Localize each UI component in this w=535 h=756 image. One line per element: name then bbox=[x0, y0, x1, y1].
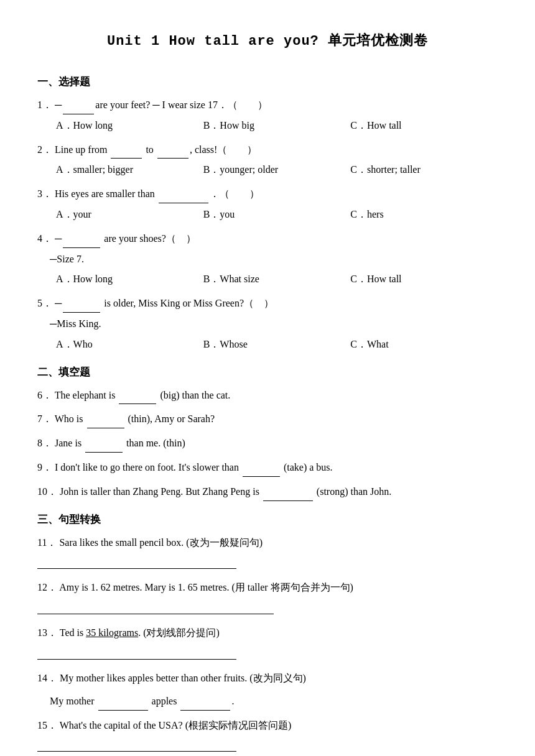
question-4: 4． ─ are your shoes?（ ） ─Size 7. A．How l… bbox=[37, 230, 498, 288]
section3-title: 三、句型转换 bbox=[37, 512, 498, 527]
q12-text: 12． Amy is 1. 62 metres. Mary is 1. 65 m… bbox=[37, 579, 498, 597]
q5-option-a: A．Who bbox=[56, 336, 203, 354]
question-15: 15． What's the capital of the USA? (根据实际… bbox=[37, 717, 498, 752]
q7-content: Who is (thin), Amy or Sarah? bbox=[55, 413, 215, 424]
question-5: 5． ─ is older, Miss King or Miss Green?（… bbox=[37, 295, 498, 353]
q14-text: 14． My mother likes apples better than o… bbox=[37, 670, 498, 688]
q4-option-a: A．How long bbox=[56, 270, 203, 288]
q12-content: Amy is 1. 62 metres. Mary is 1. 65 metre… bbox=[59, 582, 353, 592]
q13-answer-line bbox=[37, 647, 236, 660]
q5-option-c: C．What bbox=[350, 336, 498, 354]
q9-content: I don't like to go there on foot. It's s… bbox=[55, 462, 333, 472]
q5-text: 5． ─ is older, Miss King or Miss Green?（… bbox=[37, 295, 498, 313]
q15-content: What's the capital of the USA? (根据实际情况回答… bbox=[60, 720, 292, 731]
q14-sub-content: My mother apples . bbox=[50, 696, 234, 706]
q15-text: 15． What's the capital of the USA? (根据实际… bbox=[37, 717, 498, 735]
question-6: 6． The elephant is (big) than the cat. bbox=[37, 387, 498, 405]
q13-text: 13． Ted is 35 kilograms. (对划线部分提问) bbox=[37, 624, 498, 642]
question-13: 13． Ted is 35 kilograms. (对划线部分提问) bbox=[37, 624, 498, 660]
q14-content: My mother likes apples better than other… bbox=[60, 673, 306, 683]
q15-num: 15． bbox=[37, 720, 57, 731]
q4-option-c: C．How tall bbox=[350, 270, 498, 288]
q11-text: 11． Sara likes the small pencil box. (改为… bbox=[37, 534, 498, 552]
question-10: 10． John is taller than Zhang Peng. But … bbox=[37, 483, 498, 501]
question-8: 8． Jane is than me. (thin) bbox=[37, 435, 498, 453]
q1-text: 1． ─are your feet? ─ I wear size 17．（ ） bbox=[37, 96, 498, 114]
q3-num: 3． bbox=[37, 188, 52, 199]
section-sentence-transform: 三、句型转换 11． Sara likes the small pencil b… bbox=[37, 512, 498, 752]
q6-num: 6． bbox=[37, 390, 52, 400]
q12-num: 12． bbox=[37, 582, 57, 592]
q2-option-a: A．smaller; bigger bbox=[56, 161, 203, 179]
section-fill-blank: 二、填空题 6． The elephant is (big) than the … bbox=[37, 365, 498, 501]
q3-option-b: B．you bbox=[203, 206, 351, 224]
q8-num: 8． bbox=[37, 438, 52, 448]
q1-num: 1． bbox=[37, 99, 52, 110]
question-1: 1． ─are your feet? ─ I wear size 17．（ ） … bbox=[37, 96, 498, 135]
q2-text: 2． Line up from to , class!（ ） bbox=[37, 141, 498, 159]
q11-content: Sara likes the small pencil box. (改为一般疑问… bbox=[59, 537, 263, 548]
q9-num: 9． bbox=[37, 462, 52, 472]
question-2: 2． Line up from to , class!（ ） A．smaller… bbox=[37, 141, 498, 180]
section-multiple-choice: 一、选择题 1． ─are your feet? ─ I wear size 1… bbox=[37, 75, 498, 354]
q12-answer-line bbox=[37, 602, 274, 614]
q3-content: His eyes are smaller than ．（ ） bbox=[55, 188, 259, 199]
q3-option-a: A．your bbox=[56, 206, 203, 224]
page-title: Unit 1 How tall are you? 单元培优检测卷 bbox=[37, 31, 498, 50]
q1-options: A．How long B．How big C．How tall bbox=[56, 117, 498, 135]
section2-title: 二、填空题 bbox=[37, 365, 498, 379]
q5-option-b: B．Whose bbox=[203, 336, 351, 354]
q3-option-c: C．hers bbox=[350, 206, 498, 224]
q2-option-b: B．younger; older bbox=[203, 161, 351, 179]
q5-options: A．Who B．Whose C．What bbox=[56, 336, 498, 354]
q4-sub: ─Size 7. bbox=[50, 251, 498, 269]
section1-title: 一、选择题 bbox=[37, 75, 498, 89]
q3-options: A．your B．you C．hers bbox=[56, 206, 498, 224]
question-12: 12． Amy is 1. 62 metres. Mary is 1. 65 m… bbox=[37, 579, 498, 614]
question-14: 14． My mother likes apples better than o… bbox=[37, 670, 498, 711]
q14-sub-blanks: My mother apples . bbox=[50, 693, 498, 711]
q3-text: 3． His eyes are smaller than ．（ ） bbox=[37, 185, 498, 203]
q11-answer-line bbox=[37, 556, 236, 569]
q2-option-c: C．shorter; taller bbox=[350, 161, 498, 179]
q7-num: 7． bbox=[37, 413, 52, 424]
q4-options: A．How long B．What size C．How tall bbox=[56, 270, 498, 288]
q4-content: ─ are your shoes?（ ） bbox=[55, 233, 196, 244]
q6-content: The elephant is (big) than the cat. bbox=[55, 390, 231, 400]
q1-option-c: C．How tall bbox=[350, 117, 498, 135]
q8-content: Jane is than me. (thin) bbox=[55, 438, 185, 448]
q5-sub: ─Miss King. bbox=[50, 315, 498, 333]
q13-content: Ted is 35 kilograms. (对划线部分提问) bbox=[60, 627, 220, 638]
q5-content: ─ is older, Miss King or Miss Green?（ ） bbox=[55, 298, 274, 308]
question-3: 3． His eyes are smaller than ．（ ） A．your… bbox=[37, 185, 498, 224]
q11-num: 11． bbox=[37, 537, 57, 548]
q15-answer-line bbox=[37, 739, 236, 752]
q1-option-a: A．How long bbox=[56, 117, 203, 135]
question-9: 9． I don't like to go there on foot. It'… bbox=[37, 459, 498, 477]
q2-num: 2． bbox=[37, 144, 52, 155]
q4-num: 4． bbox=[37, 233, 52, 244]
q10-content: John is taller than Zhang Peng. But Zhan… bbox=[60, 486, 391, 497]
q14-num: 14． bbox=[37, 673, 57, 683]
q4-option-b: B．What size bbox=[203, 270, 351, 288]
q2-content: Line up from to , class!（ ） bbox=[55, 144, 257, 155]
q1-content: ─are your feet? ─ I wear size 17．（ ） bbox=[55, 99, 268, 110]
q4-text: 4． ─ are your shoes?（ ） bbox=[37, 230, 498, 248]
q2-options: A．smaller; bigger B．younger; older C．sho… bbox=[56, 161, 498, 179]
q1-option-b: B．How big bbox=[203, 117, 351, 135]
q13-num: 13． bbox=[37, 627, 57, 638]
question-7: 7． Who is (thin), Amy or Sarah? bbox=[37, 410, 498, 428]
q10-num: 10． bbox=[37, 486, 57, 497]
question-11: 11． Sara likes the small pencil box. (改为… bbox=[37, 534, 498, 569]
q5-num: 5． bbox=[37, 298, 52, 308]
